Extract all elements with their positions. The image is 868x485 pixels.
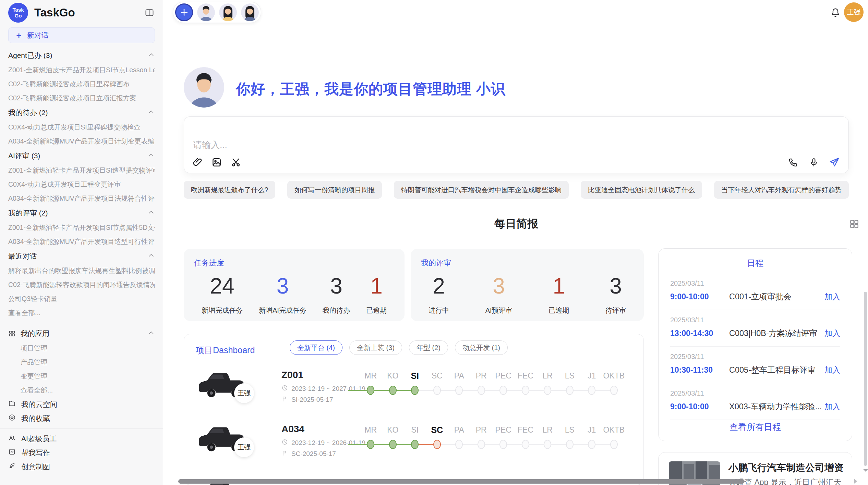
milestone-dot (367, 386, 374, 395)
sidebar-item-cloud-space[interactable]: 我的云空间 (8, 397, 155, 411)
milestone-dot (544, 440, 551, 449)
dashboard-tab[interactable]: 年型 (2) (409, 340, 448, 355)
milestone-label: J1 (581, 424, 603, 437)
recent-chat-item[interactable]: 公司Q3轻卡销量 (8, 292, 155, 306)
recent-chat-item[interactable]: C02-飞腾新能源轻客改款项目的闭环通告反馈情况 (8, 278, 155, 292)
sidebar-item[interactable]: Z001-全新燃油轻卡产品开发项目SI造型提交物评审 (8, 163, 155, 177)
dashboard-tab[interactable]: 动总开发 (1) (455, 340, 508, 355)
star-circle-icon (8, 414, 16, 423)
suggestion-chip[interactable]: 如何写一份清晰的项目周报 (287, 181, 382, 199)
milestone-connector (529, 444, 545, 445)
recent-chats-header[interactable]: 最近对话 (8, 249, 155, 264)
sidebar-item[interactable]: C0X4-动力总成开发项目SI里程碑提交物检查 (8, 120, 155, 134)
cloud-space-icon (8, 400, 16, 409)
sidebar-item-star-circle[interactable]: 我的收藏 (8, 411, 155, 425)
chevron-up-icon (148, 209, 155, 217)
project-flag: SI-2025-05-17 (281, 396, 333, 404)
my-review-card: 我的评审2进行中3AI预评审1已逾期3待评审 (411, 249, 644, 321)
schedule-row: 9:00-10:00X003-车辆动力学性能验...加入 (670, 401, 840, 412)
contact-avatar[interactable] (219, 3, 237, 21)
app-item[interactable]: 变更管理 (8, 369, 155, 383)
sidebar-item[interactable]: A034-全新新能源MUV产品开发项目计划变更表编写 (8, 134, 155, 148)
app-logo: Task Go (8, 3, 28, 23)
user-avatar[interactable]: 王强 (844, 2, 864, 22)
milestone-label: OKTB (603, 370, 625, 383)
sidebar-item[interactable]: Z001-全新燃油皮卡产品开发项目SI节点Lesson Learn报告 (8, 63, 155, 77)
paperclip-icon[interactable] (192, 157, 203, 168)
phone-icon[interactable] (787, 157, 799, 168)
join-meeting-link[interactable]: 加入 (824, 365, 840, 375)
stat-item: 3AI预评审 (485, 273, 513, 321)
layout-grid-icon[interactable] (849, 219, 860, 229)
image-icon[interactable] (211, 157, 222, 168)
sidebar-section-header[interactable]: 我的评审 (2) (8, 206, 155, 221)
join-meeting-link[interactable]: 加入 (824, 291, 840, 302)
join-meeting-link[interactable]: 加入 (824, 401, 840, 412)
milestone-dot (522, 386, 529, 395)
sidebar-item[interactable]: C02-飞腾新能源轻客改款项目里程碑画布 (8, 77, 155, 91)
app-item[interactable]: 产品管理 (8, 355, 155, 369)
project-row[interactable]: 王强Z0012023-12-19 ~ 2027-01-19SI-2025-05-… (184, 363, 643, 418)
horizontal-scrollbar[interactable] (178, 479, 745, 484)
sidebar-item[interactable]: A034-全新新能源MUV产品开发项目法规符合性评审 (8, 191, 155, 206)
milestone-connector (348, 444, 367, 445)
mic-icon[interactable] (808, 157, 820, 168)
vertical-scrollbar[interactable] (864, 292, 867, 466)
sidebar-item[interactable]: A034-全新新能源MUV产品开发项目造型可行性评审 (8, 235, 155, 249)
scroll-down-icon[interactable] (863, 468, 868, 473)
sidebar-tool-feather[interactable]: 创意制图 (8, 460, 155, 474)
scissors-icon[interactable] (230, 157, 242, 168)
scroll-right-icon[interactable] (852, 478, 858, 485)
milestone-j1: J1 (581, 424, 603, 449)
milestone-lr: LR (537, 424, 559, 449)
app-item[interactable]: 项目管理 (8, 341, 155, 355)
contact-avatar[interactable] (197, 3, 215, 21)
project-row[interactable]: 王强A0342023-12-19 ~ 2026-01-19SC-2025-05-… (184, 418, 643, 472)
new-chat-button[interactable]: ＋ 新对话 (8, 27, 155, 43)
sidebar-tool-writing[interactable]: 帮我写作 (8, 446, 155, 460)
dashboard-tab[interactable]: 全新上装 (3) (349, 340, 402, 355)
send-icon[interactable] (829, 157, 840, 168)
milestone-pec: PEC (492, 424, 515, 449)
sidebar-item[interactable]: C0X4-动力总成开发项目工程变更评审 (8, 177, 155, 191)
stat-item: 3待评审 (605, 273, 626, 321)
project-code: Z001 (281, 370, 303, 381)
milestone-connector (484, 444, 501, 445)
milestone-dot (499, 440, 507, 449)
tool-label: AI超级员工 (21, 434, 57, 444)
sidebar-item[interactable]: Z001-全新燃油轻卡产品开发项目SI节点属性5D文件评审 (8, 221, 155, 235)
stat-row: 24新增完成任务3新增AI完成任务3我的待办1已逾期 (184, 273, 405, 321)
chevron-up-icon (148, 51, 155, 60)
sidebar-tool-people[interactable]: AI超级员工 (8, 432, 155, 446)
news-title: 小鹏飞行汽车制造公司增资 (728, 461, 844, 474)
suggestion-chip[interactable]: 当下年轻人对汽车外观有怎样的喜好趋势 (714, 181, 849, 199)
main-area: 王强 你好，王强，我是你的项目管理助理 小识 (163, 0, 868, 485)
milestone-label: LR (537, 424, 559, 437)
milestone-dot (389, 386, 397, 395)
sidebar-section-header[interactable]: AI评审 (3) (8, 148, 155, 163)
suggestion-chip[interactable]: 比亚迪全固态电池计划具体说了什么 (581, 181, 702, 199)
people-icon (8, 434, 16, 443)
stat-item: 3我的待办 (323, 273, 350, 321)
sidebar-section-header[interactable]: 我的待办 (2) (8, 105, 155, 120)
notification-bell-icon[interactable] (830, 7, 841, 18)
flag-icon (281, 396, 288, 404)
sidebar-section-header[interactable]: Agent已办 (3) (8, 48, 155, 63)
sidebar-item[interactable]: C02-飞腾新能源轻客改款项目立项汇报方案 (8, 91, 155, 105)
suggestion-chip[interactable]: 欧洲新规最近颁布了什么? (184, 181, 275, 199)
contact-avatar[interactable] (241, 3, 259, 21)
view-all-chats-link[interactable]: 查看全部... (8, 306, 155, 320)
join-meeting-link[interactable]: 加入 (824, 328, 840, 339)
recent-chat-item[interactable]: 解释最新出台的欧盟报废车法规再生塑料比例被调至15%... (8, 264, 155, 278)
dashboard-tab[interactable]: 全新平台 (4) (290, 340, 342, 355)
suggestion-chip[interactable]: 特朗普可能对进口汽车增税会对中国车企造成哪些影响 (394, 181, 569, 199)
stat-value: 3 (493, 274, 505, 298)
message-input[interactable] (193, 138, 673, 152)
view-all-schedule-link[interactable]: 查看所有日程 (659, 421, 852, 433)
milestone-sc: SC (426, 370, 448, 395)
collapse-sidebar-icon[interactable] (144, 7, 155, 18)
view-all-apps-link[interactable]: 查看全部... (8, 383, 155, 397)
my-apps-header[interactable]: 我的应用 (8, 326, 155, 341)
add-contact-button[interactable] (175, 3, 193, 21)
milestone-connector (374, 390, 390, 391)
